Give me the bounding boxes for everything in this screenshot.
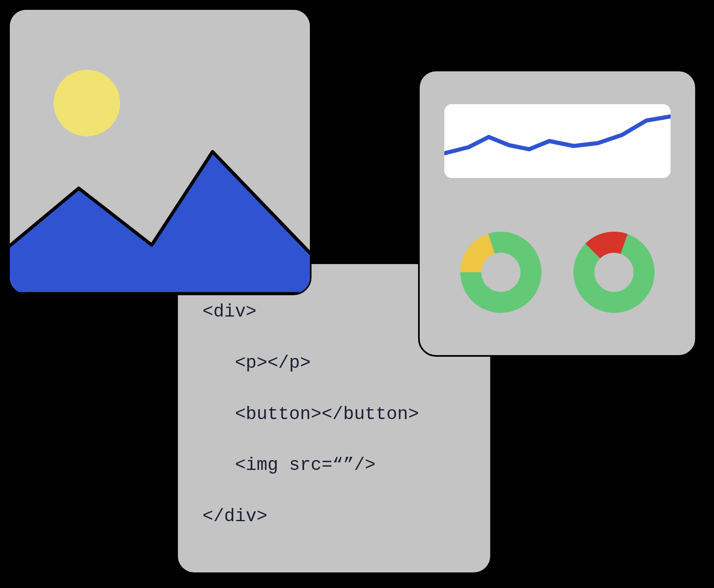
code-line-5: </div> <box>202 506 466 527</box>
line-chart-icon <box>444 104 671 178</box>
donut-chart-1 <box>456 227 546 317</box>
code-line-2: <p></p> <box>202 352 466 374</box>
donut-chart-icon <box>456 227 546 317</box>
image-card <box>8 8 312 295</box>
donut-row <box>444 227 671 317</box>
code-line-4: <img src=“”/> <box>202 454 466 476</box>
svg-point-5 <box>54 70 120 136</box>
analytics-card <box>418 70 697 357</box>
line-chart <box>444 104 671 178</box>
donut-chart-2 <box>569 227 659 317</box>
code-line-3: <button></button> <box>202 403 466 425</box>
image-placeholder-icon <box>10 10 310 294</box>
donut-chart-icon <box>569 227 659 317</box>
